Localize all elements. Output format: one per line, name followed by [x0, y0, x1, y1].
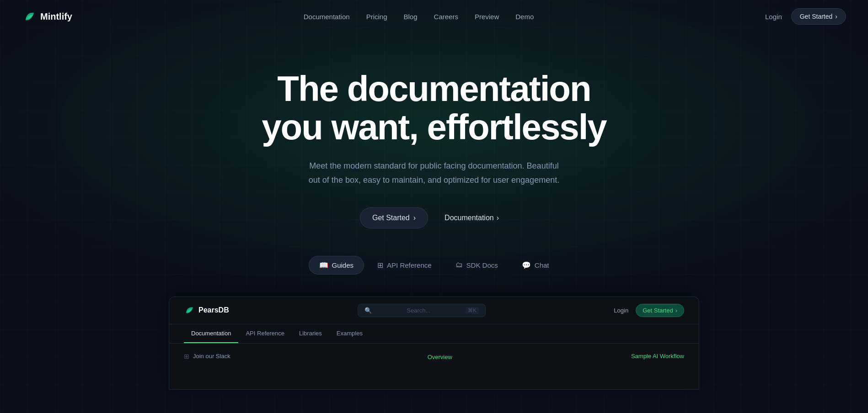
pearsdb-logo-icon: [184, 305, 195, 316]
sidebar-item-label: Join our Slack: [193, 353, 230, 360]
doc-login-button[interactable]: Login: [614, 307, 628, 314]
nav-careers[interactable]: Careers: [434, 13, 458, 21]
demo-browser: PearsDB 🔍 Search... ⌘K Login Get Started…: [169, 297, 699, 390]
hero-title: The documentation you want, effortlessly: [256, 69, 612, 146]
nav-pricing[interactable]: Pricing: [366, 13, 387, 21]
doc-get-started-button[interactable]: Get Started ›: [636, 304, 684, 317]
sample-ai-workflow-link[interactable]: Sample AI Workflow: [631, 353, 684, 360]
hero-documentation-button[interactable]: Documentation ›: [435, 208, 508, 228]
overview-link[interactable]: Overview: [428, 354, 452, 360]
book-icon: 📖: [319, 261, 328, 270]
nav-demo[interactable]: Demo: [515, 13, 534, 21]
tab-chat[interactable]: 💬 Chat: [511, 256, 560, 275]
nav-preview[interactable]: Preview: [475, 13, 499, 21]
folder-icon: 🗂: [455, 261, 463, 269]
doc-main-content: Overview: [230, 353, 631, 361]
tab-api-reference[interactable]: ⊞ API Reference: [367, 256, 442, 275]
arrow-right-icon-secondary: ›: [497, 214, 499, 222]
hero-section: The documentation you want, effortlessly…: [0, 33, 868, 413]
logo[interactable]: Mintlify: [22, 9, 72, 24]
sidebar-item-slack[interactable]: ⊞ Join our Slack: [184, 353, 230, 360]
nav-actions: Login Get Started ›: [765, 8, 846, 25]
mintlify-logo-icon: [22, 9, 37, 24]
hero-subtitle: Meet the modern standard for public faci…: [306, 159, 562, 187]
search-icon: 🔍: [364, 307, 372, 314]
doc-nav: PearsDB 🔍 Search... ⌘K Login Get Started…: [169, 297, 699, 324]
tab-sdk-docs[interactable]: 🗂 SDK Docs: [445, 256, 509, 274]
nav-blog[interactable]: Blog: [404, 13, 418, 21]
doc-search-placeholder: Search...: [375, 307, 462, 314]
hero-get-started-button[interactable]: Get Started ›: [360, 207, 428, 228]
login-button[interactable]: Login: [765, 13, 782, 21]
doc-search[interactable]: 🔍 Search... ⌘K: [358, 304, 486, 317]
get-started-nav-button[interactable]: Get Started ›: [791, 8, 846, 25]
doc-tab-api-reference[interactable]: API Reference: [238, 324, 292, 343]
slack-icon: ⊞: [184, 353, 189, 360]
doc-body: ⊞ Join our Slack Overview Sample AI Work…: [169, 344, 699, 389]
doc-body-row: ⊞ Join our Slack Overview Sample AI Work…: [184, 353, 684, 380]
nav-documentation[interactable]: Documentation: [304, 13, 350, 21]
doc-logo[interactable]: PearsDB: [184, 305, 229, 316]
chevron-right-icon: ›: [835, 13, 837, 20]
main-nav: Mintlify Documentation Pricing Blog Care…: [0, 0, 868, 33]
grid-icon: ⊞: [377, 261, 383, 270]
logo-text: Mintlify: [40, 11, 72, 22]
doc-nav-actions: Login Get Started ›: [614, 304, 684, 317]
doc-logo-text: PearsDB: [198, 306, 229, 314]
arrow-right-icon: ›: [413, 214, 416, 222]
search-keyboard-shortcut: ⌘K: [466, 307, 478, 314]
doc-tab-examples[interactable]: Examples: [329, 324, 370, 343]
arrow-right-icon: ›: [675, 307, 677, 314]
chat-icon: 💬: [522, 261, 531, 270]
nav-links: Documentation Pricing Blog Careers Previ…: [304, 13, 534, 21]
tab-guides[interactable]: 📖 Guides: [309, 256, 364, 275]
doc-tab-libraries[interactable]: Libraries: [292, 324, 329, 343]
hero-ctas: Get Started › Documentation ›: [9, 207, 859, 228]
doc-tab-documentation[interactable]: Documentation: [184, 324, 238, 343]
demo-tabs: 📖 Guides ⊞ API Reference 🗂 SDK Docs 💬 Ch…: [9, 256, 859, 275]
doc-inner-tabs: Documentation API Reference Libraries Ex…: [169, 324, 699, 344]
